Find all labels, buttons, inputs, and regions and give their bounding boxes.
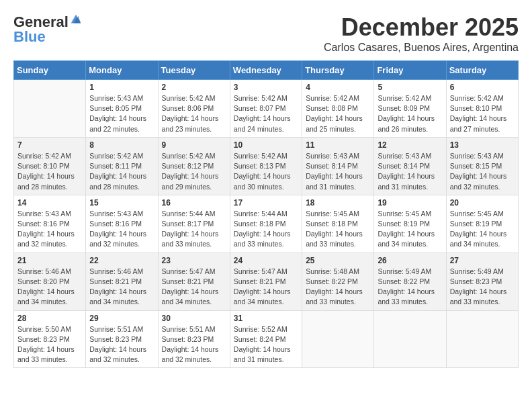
col-thursday: Thursday [302,61,374,80]
table-row: 1Sunrise: 5:43 AM Sunset: 8:05 PM Daylig… [86,80,158,138]
day-info: Sunrise: 5:47 AM Sunset: 8:21 PM Dayligh… [234,267,298,308]
day-number: 18 [306,198,370,208]
day-number: 14 [17,198,82,208]
location-subtitle: Carlos Casares, Buenos Aires, Argentina [324,42,519,54]
day-info: Sunrise: 5:44 AM Sunset: 8:17 PM Dayligh… [162,209,226,250]
table-row [446,310,518,368]
logo-blue-text: Blue [13,28,46,45]
table-row [374,310,446,368]
day-info: Sunrise: 5:43 AM Sunset: 8:14 PM Dayligh… [378,151,442,192]
calendar-week-row: 7Sunrise: 5:42 AM Sunset: 8:10 PM Daylig… [14,137,519,195]
day-info: Sunrise: 5:43 AM Sunset: 8:16 PM Dayligh… [89,209,154,250]
day-number: 16 [162,198,226,208]
day-number: 1 [89,83,154,92]
day-number: 8 [89,140,154,150]
table-row: 29Sunrise: 5:51 AM Sunset: 8:23 PM Dayli… [86,310,158,368]
day-number: 29 [89,314,154,323]
table-row: 16Sunrise: 5:44 AM Sunset: 8:17 PM Dayli… [158,195,230,253]
day-number: 3 [234,83,298,92]
table-row: 17Sunrise: 5:44 AM Sunset: 8:18 PM Dayli… [230,195,302,253]
day-number: 30 [162,314,226,323]
day-info: Sunrise: 5:48 AM Sunset: 8:22 PM Dayligh… [306,267,370,308]
table-row: 13Sunrise: 5:43 AM Sunset: 8:15 PM Dayli… [446,137,518,195]
day-info: Sunrise: 5:43 AM Sunset: 8:05 PM Dayligh… [89,93,154,134]
title-block: December 2025 Carlos Casares, Buenos Air… [324,13,519,54]
day-number: 5 [378,83,442,92]
day-info: Sunrise: 5:51 AM Sunset: 8:23 PM Dayligh… [162,324,226,365]
calendar-table: Sunday Monday Tuesday Wednesday Thursday… [13,60,519,368]
table-row: 20Sunrise: 5:45 AM Sunset: 8:19 PM Dayli… [446,195,518,253]
day-number: 24 [234,256,298,265]
table-row: 11Sunrise: 5:43 AM Sunset: 8:14 PM Dayli… [302,137,374,195]
table-row: 18Sunrise: 5:45 AM Sunset: 8:18 PM Dayli… [302,195,374,253]
day-info: Sunrise: 5:51 AM Sunset: 8:23 PM Dayligh… [89,324,154,365]
day-info: Sunrise: 5:50 AM Sunset: 8:23 PM Dayligh… [17,324,82,365]
day-info: Sunrise: 5:52 AM Sunset: 8:24 PM Dayligh… [234,324,298,365]
day-number: 17 [234,198,298,208]
day-info: Sunrise: 5:42 AM Sunset: 8:09 PM Dayligh… [378,93,442,134]
day-info: Sunrise: 5:46 AM Sunset: 8:21 PM Dayligh… [89,267,154,308]
day-info: Sunrise: 5:45 AM Sunset: 8:19 PM Dayligh… [378,209,442,250]
day-number: 19 [378,198,442,208]
day-info: Sunrise: 5:43 AM Sunset: 8:16 PM Dayligh… [17,209,82,250]
table-row: 3Sunrise: 5:42 AM Sunset: 8:07 PM Daylig… [230,80,302,138]
calendar-week-row: 28Sunrise: 5:50 AM Sunset: 8:23 PM Dayli… [14,310,519,368]
col-tuesday: Tuesday [158,61,230,80]
col-sunday: Sunday [14,61,86,80]
day-info: Sunrise: 5:45 AM Sunset: 8:18 PM Dayligh… [306,209,370,250]
table-row [14,80,86,138]
day-number: 26 [378,256,442,265]
table-row: 23Sunrise: 5:47 AM Sunset: 8:21 PM Dayli… [158,253,230,310]
day-number: 7 [17,140,82,150]
day-info: Sunrise: 5:42 AM Sunset: 8:12 PM Dayligh… [162,151,226,192]
day-number: 9 [162,140,226,150]
page-header: General Blue December 2025 Carlos Casare… [13,13,519,54]
table-row: 26Sunrise: 5:49 AM Sunset: 8:22 PM Dayli… [374,253,446,310]
day-number: 12 [378,140,442,150]
day-info: Sunrise: 5:49 AM Sunset: 8:23 PM Dayligh… [450,267,515,308]
col-wednesday: Wednesday [230,61,302,80]
table-row: 25Sunrise: 5:48 AM Sunset: 8:22 PM Dayli… [302,253,374,310]
table-row: 7Sunrise: 5:42 AM Sunset: 8:10 PM Daylig… [14,137,86,195]
day-info: Sunrise: 5:45 AM Sunset: 8:19 PM Dayligh… [450,209,515,250]
day-info: Sunrise: 5:42 AM Sunset: 8:11 PM Dayligh… [89,151,154,192]
day-number: 11 [306,140,370,150]
table-row: 28Sunrise: 5:50 AM Sunset: 8:23 PM Dayli… [14,310,86,368]
logo: General Blue [13,13,82,46]
calendar-week-row: 1Sunrise: 5:43 AM Sunset: 8:05 PM Daylig… [14,80,519,138]
day-info: Sunrise: 5:42 AM Sunset: 8:10 PM Dayligh… [450,93,515,134]
table-row: 14Sunrise: 5:43 AM Sunset: 8:16 PM Dayli… [14,195,86,253]
table-row: 8Sunrise: 5:42 AM Sunset: 8:11 PM Daylig… [86,137,158,195]
table-row: 31Sunrise: 5:52 AM Sunset: 8:24 PM Dayli… [230,310,302,368]
table-row: 12Sunrise: 5:43 AM Sunset: 8:14 PM Dayli… [374,137,446,195]
day-info: Sunrise: 5:47 AM Sunset: 8:21 PM Dayligh… [162,267,226,308]
day-number: 27 [450,256,515,265]
day-number: 22 [89,256,154,265]
day-number: 28 [17,314,82,323]
table-row: 22Sunrise: 5:46 AM Sunset: 8:21 PM Dayli… [86,253,158,310]
table-row: 6Sunrise: 5:42 AM Sunset: 8:10 PM Daylig… [446,80,518,138]
table-row: 5Sunrise: 5:42 AM Sunset: 8:09 PM Daylig… [374,80,446,138]
calendar-week-row: 21Sunrise: 5:46 AM Sunset: 8:20 PM Dayli… [14,253,519,310]
day-number: 2 [162,83,226,92]
day-number: 25 [306,256,370,265]
day-info: Sunrise: 5:42 AM Sunset: 8:07 PM Dayligh… [234,93,298,134]
day-info: Sunrise: 5:49 AM Sunset: 8:22 PM Dayligh… [378,267,442,308]
col-monday: Monday [86,61,158,80]
calendar-header-row: Sunday Monday Tuesday Wednesday Thursday… [14,61,519,80]
day-info: Sunrise: 5:46 AM Sunset: 8:20 PM Dayligh… [17,267,82,308]
table-row: 30Sunrise: 5:51 AM Sunset: 8:23 PM Dayli… [158,310,230,368]
table-row: 10Sunrise: 5:42 AM Sunset: 8:13 PM Dayli… [230,137,302,195]
table-row: 9Sunrise: 5:42 AM Sunset: 8:12 PM Daylig… [158,137,230,195]
day-info: Sunrise: 5:42 AM Sunset: 8:13 PM Dayligh… [234,151,298,192]
logo-icon [70,13,82,26]
day-info: Sunrise: 5:44 AM Sunset: 8:18 PM Dayligh… [234,209,298,250]
table-row: 4Sunrise: 5:42 AM Sunset: 8:08 PM Daylig… [302,80,374,138]
day-number: 21 [17,256,82,265]
table-row: 19Sunrise: 5:45 AM Sunset: 8:19 PM Dayli… [374,195,446,253]
day-number: 15 [89,198,154,208]
day-number: 13 [450,140,515,150]
day-info: Sunrise: 5:42 AM Sunset: 8:10 PM Dayligh… [17,151,82,192]
month-title: December 2025 [324,13,519,42]
day-number: 23 [162,256,226,265]
